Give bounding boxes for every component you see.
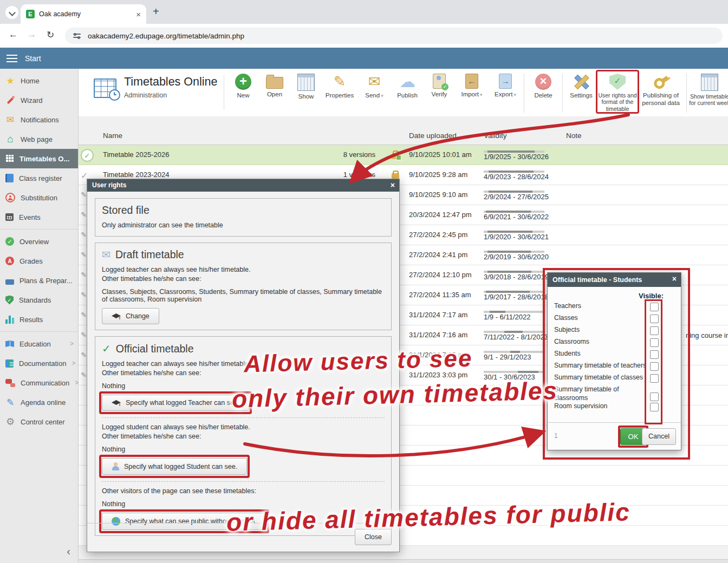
- toolbar-button-label: Export▾: [495, 91, 516, 99]
- wand-icon: [5, 95, 15, 105]
- toolbar-verify[interactable]: Verify: [424, 71, 455, 99]
- change-button[interactable]: Change: [102, 308, 159, 324]
- address-bar[interactable]: oakacademy2.edupage.org/timetable/admin.…: [65, 28, 723, 44]
- open-icon: [266, 77, 283, 89]
- date-uploaded: 27/2/2024 12:10 pm: [409, 271, 472, 279]
- date-uploaded: 31/1/2024 7:17 am: [409, 311, 467, 319]
- table-row[interactable]: Timetable 2025-20268 versions9/10/2025 1…: [79, 145, 728, 165]
- tab-close-icon[interactable]: ×: [136, 10, 141, 19]
- validity-range: 1/9/2020 - 30/6/2021: [484, 233, 549, 241]
- toolbar-user-rights-and-format-of-the-timetable[interactable]: User rights and format of the timetable: [598, 71, 637, 112]
- person-icon: [5, 193, 15, 202]
- draft-items: Classes, Subjects, Classrooms, Students,…: [102, 288, 385, 303]
- toolbar-open[interactable]: Open: [259, 71, 290, 99]
- validity-range: 3/9/2018 - 28/6/2019: [484, 273, 549, 281]
- toolbar-export[interactable]: Export▾: [489, 71, 522, 99]
- timetable-name: Timetable 2023-2024: [103, 171, 169, 179]
- toolbar-show[interactable]: Show: [290, 71, 322, 101]
- sidebar-item-control-center[interactable]: Control center: [0, 412, 78, 431]
- toolbar-new[interactable]: New: [227, 71, 259, 100]
- chevron-down-icon: ▾: [381, 93, 384, 99]
- tune-icon[interactable]: [73, 31, 81, 40]
- toolbar-button-label: Delete: [534, 92, 552, 100]
- validity-range: 2/9/2019 - 30/6/2020: [484, 253, 549, 261]
- table-header: Name Date uploaded Validity Note: [79, 116, 728, 145]
- hamburger-icon[interactable]: [6, 58, 17, 59]
- close-button[interactable]: Close: [355, 529, 392, 545]
- back-icon[interactable]: ←: [9, 29, 18, 40]
- date-uploaded: 27/2/2024 2:41 pm: [409, 251, 467, 259]
- sidebar-item-home[interactable]: Home: [0, 71, 78, 90]
- validity-range: 6/9/2021 - 30/6/2022: [484, 213, 549, 221]
- toolbar-properties[interactable]: Properties: [322, 71, 358, 100]
- sidebar-item-communication[interactable]: Communication>: [0, 373, 78, 392]
- rights-icon: [609, 74, 626, 90]
- sidebar-item-results[interactable]: Results: [0, 310, 78, 329]
- docs-icon: [5, 359, 14, 368]
- start-menu-label[interactable]: Start: [25, 54, 41, 63]
- versions-count: 1 versions: [311, 171, 375, 179]
- specify-teacher-button[interactable]: Specify what logged Teacher can see.: [102, 395, 249, 411]
- toolbar-button-label: Publish: [397, 92, 418, 100]
- pencil-icon: [81, 191, 87, 199]
- sidebar-collapse-icon[interactable]: ‹: [67, 545, 70, 558]
- toolbar-publish[interactable]: Publish: [391, 71, 424, 100]
- sidebar-item-education[interactable]: Education>: [0, 334, 78, 353]
- dialog-footer: Close: [87, 523, 399, 552]
- sidebar-item-notifications[interactable]: Notifications: [0, 110, 78, 129]
- toolbar-delete[interactable]: Delete: [526, 71, 561, 100]
- stored-file-section: Stored file Only administrator can see t…: [95, 198, 392, 237]
- toolbar-publishing-of-personal-data[interactable]: Publishing of personal data: [637, 71, 685, 107]
- chevron-down-icon: ▾: [514, 92, 516, 97]
- sidebar-item-documentation[interactable]: Documentation>: [0, 353, 78, 373]
- public-line1: Other visitors of the page can see these…: [102, 487, 385, 495]
- check-green-icon: [81, 149, 94, 162]
- padlock-icon: [392, 153, 399, 159]
- toolbar-settings[interactable]: Settings: [564, 71, 598, 100]
- pencil-icon: [81, 311, 87, 319]
- sidebar-item-wizard[interactable]: Wizard: [0, 90, 78, 110]
- calendar-icon: [5, 213, 14, 221]
- validity-range: 7/11/2022 - 8/1/2023: [484, 333, 548, 341]
- sidebar-item-substitution[interactable]: Substitution: [0, 188, 78, 207]
- toolbar-button-label: Properties: [326, 92, 354, 100]
- draft-line1: Logged teacher can always see his/her ti…: [102, 266, 385, 273]
- page: E Oak academy × + ← → ↻ oakacademy2.edup…: [0, 0, 728, 563]
- sidebar-item-label: Documentation: [19, 359, 66, 368]
- sidebar-item-web-page[interactable]: Web page: [0, 129, 78, 149]
- sidebar-item-events[interactable]: Events: [0, 207, 78, 227]
- teacher-value: Nothing: [102, 382, 385, 390]
- tab-search-chevron-icon[interactable]: [5, 6, 18, 19]
- pencil-icon: [81, 331, 87, 339]
- new-tab-button[interactable]: +: [153, 5, 159, 18]
- forward-icon[interactable]: →: [27, 29, 36, 40]
- close-icon[interactable]: ×: [391, 181, 395, 189]
- dialog-title-bar[interactable]: User rights ×: [87, 179, 399, 192]
- app-header: Start: [0, 48, 728, 69]
- browser-tab[interactable]: E Oak academy ×: [21, 4, 146, 24]
- validity-range: 30/1 - 30/6/2023: [484, 373, 535, 381]
- sidebar-item-label: Education: [20, 340, 51, 348]
- toolbar-button-label: Open: [267, 91, 282, 99]
- specify-student-button[interactable]: Specify what logged Student can see.: [102, 458, 247, 475]
- toolbar-button-label: Import▾: [461, 91, 482, 99]
- sidebar-item-agenda-online[interactable]: Agenda online: [0, 392, 78, 412]
- pencil-icon: [81, 231, 87, 239]
- sidebar-item-overview[interactable]: Overview: [0, 232, 78, 251]
- sidebar-item-grades[interactable]: Grades: [0, 251, 78, 271]
- toolbar-show-timetable-for-current-week[interactable]: Show timetable for current week: [688, 71, 728, 107]
- sidebar-item-standards[interactable]: Standards: [0, 290, 78, 310]
- date-uploaded: 27/2/2024 2:45 pm: [409, 231, 467, 239]
- toolbar-import[interactable]: Import▾: [455, 71, 489, 99]
- sidebar-item-class-register[interactable]: Class register: [0, 168, 78, 188]
- toolbar-button-label: Show timetable for current week: [688, 93, 728, 107]
- divider: [686, 74, 687, 113]
- sidebar-item-plans-prepar[interactable]: Plans & Prepar...: [0, 271, 78, 290]
- toolbar-send[interactable]: Send▾: [358, 71, 391, 100]
- reload-icon[interactable]: ↻: [47, 29, 54, 41]
- delete-icon: [535, 74, 551, 90]
- overview-icon: [5, 237, 14, 246]
- date-uploaded: 31/1/2024 7:16 am: [409, 331, 467, 339]
- sidebar-item-timetables-o[interactable]: Timetables O...: [0, 149, 78, 168]
- sidebar-item-label: Results: [20, 316, 43, 324]
